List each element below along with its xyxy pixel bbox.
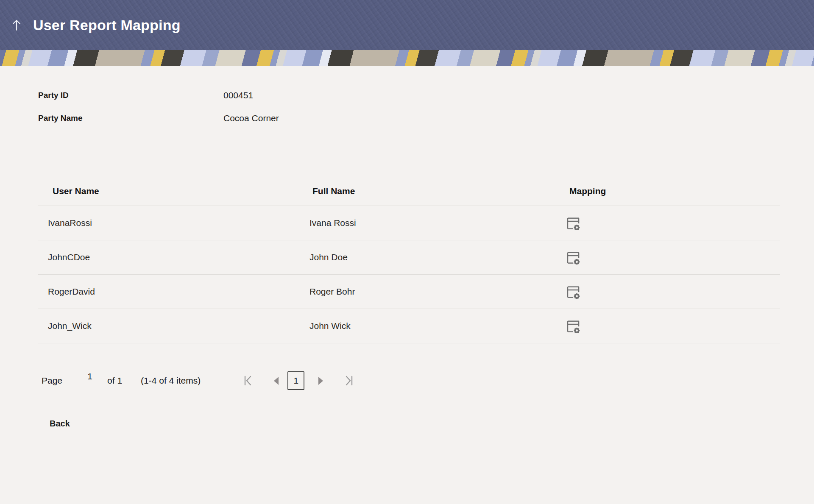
party-id-value: 000451 xyxy=(223,90,253,100)
table-row: RogerDavid Roger Bohr xyxy=(38,275,780,309)
up-arrow-icon[interactable] xyxy=(7,15,26,35)
table-row: JohnCDoe John Doe xyxy=(38,240,780,275)
full-name-cell: John Doe xyxy=(297,252,555,262)
next-page-button[interactable] xyxy=(318,376,323,385)
page-header: User Report Mapping xyxy=(0,0,814,50)
report-mapping-button[interactable] xyxy=(566,318,581,334)
report-mapping-icon xyxy=(566,216,580,230)
first-page-button[interactable] xyxy=(243,375,253,386)
user-name-cell: John_Wick xyxy=(38,321,297,331)
report-mapping-icon xyxy=(566,250,580,265)
current-page-button[interactable]: 1 xyxy=(287,371,304,390)
full-name-cell: John Wick xyxy=(297,321,555,331)
full-name-cell: Ivana Rossi xyxy=(297,218,555,228)
table-row: John_Wick John Wick xyxy=(38,309,780,343)
back-button[interactable]: Back xyxy=(50,419,70,429)
user-report-mapping-page: User Report Mapping Party ID 000451 Part… xyxy=(0,0,814,429)
table-header-row: User Name Full Name Mapping xyxy=(38,176,780,206)
column-header-mapping: Mapping xyxy=(555,186,780,196)
previous-page-button[interactable] xyxy=(273,376,279,385)
mapping-cell xyxy=(555,250,780,265)
table-row: IvanaRossi Ivana Rossi xyxy=(38,206,780,240)
first-page-icon xyxy=(243,375,253,386)
report-mapping-icon xyxy=(566,284,580,299)
mapping-cell xyxy=(555,215,780,231)
party-id-label: Party ID xyxy=(38,91,223,100)
column-header-user-name: User Name xyxy=(38,186,297,196)
report-mapping-button[interactable] xyxy=(566,215,581,231)
page-of-label: of 1 xyxy=(107,376,122,386)
mapping-cell xyxy=(555,318,780,334)
party-id-row: Party ID 000451 xyxy=(38,90,780,101)
next-page-icon xyxy=(318,376,323,385)
page-label: Page xyxy=(42,376,62,386)
party-info-section: Party ID 000451 Party Name Cocoa Corner xyxy=(38,90,780,124)
main-content: Party ID 000451 Party Name Cocoa Corner … xyxy=(0,90,814,429)
page-number-input[interactable]: 1 xyxy=(85,371,95,381)
page-title: User Report Mapping xyxy=(33,17,181,33)
user-mapping-table: User Name Full Name Mapping IvanaRossi I… xyxy=(38,176,780,343)
pagination-bar: Page 1 of 1 (1-4 of 4 items) 1 xyxy=(42,369,780,393)
last-page-button[interactable] xyxy=(344,375,354,386)
party-name-label: Party Name xyxy=(38,114,223,123)
pagination-divider xyxy=(227,369,227,392)
decorative-banner xyxy=(0,50,814,66)
report-mapping-button[interactable] xyxy=(566,250,581,265)
mapping-cell xyxy=(555,284,780,299)
report-mapping-icon xyxy=(566,319,580,333)
previous-page-icon xyxy=(273,376,279,385)
party-name-value: Cocoa Corner xyxy=(223,113,279,123)
party-name-row: Party Name Cocoa Corner xyxy=(38,113,780,124)
items-count-label: (1-4 of 4 items) xyxy=(141,376,201,386)
user-name-cell: RogerDavid xyxy=(38,287,297,297)
full-name-cell: Roger Bohr xyxy=(297,287,555,297)
user-name-cell: IvanaRossi xyxy=(38,218,297,228)
last-page-icon xyxy=(344,375,354,386)
report-mapping-button[interactable] xyxy=(566,284,581,299)
user-name-cell: JohnCDoe xyxy=(38,252,297,262)
column-header-full-name: Full Name xyxy=(297,186,555,196)
